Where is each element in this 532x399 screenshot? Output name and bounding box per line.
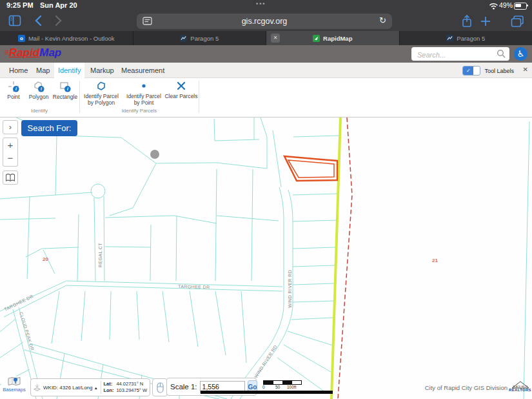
close-tab-icon[interactable]: ✕ bbox=[271, 34, 280, 43]
parcel-polygon-icon bbox=[95, 81, 107, 92]
mouse-icon bbox=[157, 382, 164, 393]
menu-identify[interactable]: Identify bbox=[54, 63, 84, 78]
map-attribution: City of Rapid City GIS Division bbox=[355, 384, 507, 391]
lat-value: 44.02731° N bbox=[116, 381, 143, 387]
tab-label: RapidMap bbox=[323, 35, 352, 42]
scalebar-tick-0: 0 bbox=[262, 385, 265, 389]
tab-rapidmap-active[interactable]: ✕ RapidMap bbox=[266, 31, 399, 45]
search-for-button[interactable]: Search For: bbox=[21, 120, 77, 136]
section-number-21: 21 bbox=[432, 258, 438, 263]
svg-text:i: i bbox=[15, 87, 17, 91]
tool-label: Polygon bbox=[29, 94, 49, 100]
tool-polygon[interactable]: i Polygon bbox=[26, 81, 52, 100]
menu-markup[interactable]: Markup bbox=[86, 63, 118, 78]
street-label-targhee-dr: TARGHEE DR bbox=[178, 284, 210, 289]
tab-label: Paragon 5 bbox=[457, 35, 485, 42]
menu-home[interactable]: Home bbox=[5, 63, 32, 78]
parcel-point-icon bbox=[138, 81, 150, 92]
highlighted-parcel-inner bbox=[288, 160, 334, 178]
tab-paragon5-b[interactable]: Paragon 5 bbox=[400, 31, 532, 45]
coordinate-widget[interactable]: WKID: 4326 Lat/Long ▲ Lat:44.02731° N Lo… bbox=[30, 378, 150, 396]
reload-icon[interactable]: ↻ bbox=[379, 15, 386, 25]
share-icon[interactable] bbox=[461, 14, 473, 28]
svg-text:i: i bbox=[41, 87, 42, 91]
tab-label: Mail - Kevin Andreson - Outlook bbox=[28, 35, 115, 42]
battery-icon bbox=[514, 3, 527, 10]
scalebar-tick-50: 50 bbox=[275, 385, 280, 389]
map-canvas[interactable]: REGAL CT TARGHEE DR TARGHEE DR CLOUD PEA… bbox=[0, 118, 532, 399]
tool-label: Clear Parcels bbox=[164, 93, 197, 99]
outlook-icon: o bbox=[18, 35, 25, 42]
ribbon-menu-bar: Home Map Identify Markup Measurement ✓ T… bbox=[0, 63, 532, 78]
multitask-indicator-icon: ••• bbox=[256, 1, 266, 7]
search-input[interactable] bbox=[416, 48, 497, 61]
tool-clear-parcels[interactable]: Clear Parcels bbox=[164, 81, 199, 99]
accessibility-button[interactable]: ♿ bbox=[514, 47, 527, 61]
address-bar[interactable]: gis.rcgov.org ↻ bbox=[137, 14, 392, 29]
tool-rectangle[interactable]: i Rectangle bbox=[52, 81, 79, 100]
scalebar-graphic bbox=[263, 380, 302, 385]
rapidmap-logo: ≡RapidMap bbox=[5, 46, 61, 59]
tool-identify-parcel-by-polygon[interactable]: Identify Parcel by Polygon bbox=[81, 81, 121, 106]
search-icon[interactable] bbox=[497, 49, 506, 59]
tool-labels-toggle[interactable]: ✓ bbox=[462, 66, 480, 76]
tool-label: Identify Parcel by Polygon bbox=[81, 93, 121, 106]
back-button-icon[interactable] bbox=[34, 15, 42, 26]
street-label-regal-ct: REGAL CT bbox=[98, 243, 103, 267]
tab-strip: o Mail - Kevin Andreson - Outlook Parago… bbox=[0, 31, 532, 45]
book-icon bbox=[5, 174, 15, 182]
forward-button-icon[interactable] bbox=[55, 15, 63, 26]
ribbon-divider bbox=[199, 81, 199, 113]
menu-map[interactable]: Map bbox=[32, 63, 54, 78]
lon-label: Lon: bbox=[103, 387, 116, 394]
new-tab-icon[interactable] bbox=[480, 15, 491, 27]
tool-label: Point bbox=[7, 94, 19, 100]
menu-measurement[interactable]: Measurement bbox=[117, 63, 168, 78]
section-bar-black bbox=[201, 391, 333, 394]
scale-label: Scale 1: bbox=[170, 383, 197, 391]
lon-value: 103.29475° W bbox=[116, 387, 147, 393]
lat-label: Lat: bbox=[103, 381, 116, 387]
tab-overview-icon[interactable] bbox=[511, 15, 524, 28]
scalebar-tick-100ft: 100ft bbox=[287, 385, 296, 389]
checkmark-icon: ✓ bbox=[463, 66, 473, 75]
ribbon-group-identify-parcels: Identify Parcels bbox=[80, 108, 199, 114]
tool-point[interactable]: i Point bbox=[1, 81, 26, 100]
reader-icon[interactable] bbox=[143, 17, 152, 25]
rectangle-tool-icon: i bbox=[59, 81, 71, 92]
section-number-20: 20 bbox=[43, 256, 48, 262]
tab-paragon5-a[interactable]: Paragon 5 bbox=[133, 31, 266, 45]
logo-rapid: Rapid bbox=[9, 46, 39, 59]
basemaps-button[interactable]: Basemaps bbox=[1, 376, 27, 396]
app-header: ≡RapidMap ♿ bbox=[0, 45, 532, 63]
point-tool-icon: i bbox=[8, 81, 19, 92]
date: Sun Apr 20 bbox=[40, 1, 77, 9]
ribbon-close-icon[interactable]: ✕ bbox=[523, 66, 528, 73]
street-label-wind-river-rd: WIND RIVER RD bbox=[288, 270, 292, 308]
rapidmap-icon bbox=[313, 35, 320, 42]
tab-mail-outlook[interactable]: o Mail - Kevin Andreson - Outlook bbox=[0, 31, 133, 45]
ipad-screen: 9:25 PM Sun Apr 20 ••• 49% bbox=[0, 0, 532, 399]
wkid-label[interactable]: WKID: 4326 Lat/Long bbox=[43, 385, 93, 391]
bookmarks-button[interactable] bbox=[3, 170, 18, 185]
tool-label: Rectangle bbox=[53, 94, 77, 100]
chevron-up-icon[interactable]: ▲ bbox=[94, 386, 98, 390]
basemaps-icon bbox=[7, 376, 21, 387]
panel-expand-button[interactable]: › bbox=[3, 120, 18, 134]
url-text: gis.rcgov.org bbox=[242, 17, 288, 26]
battery-percent: 49% bbox=[499, 1, 513, 9]
clear-parcels-icon bbox=[175, 81, 187, 92]
zoom-out-button[interactable]: − bbox=[3, 152, 18, 167]
sidebar-toggle-icon[interactable] bbox=[8, 15, 21, 26]
tool-identify-parcel-by-point[interactable]: Identify Parcel by Point bbox=[124, 81, 164, 106]
polygon-tool-icon: i bbox=[33, 81, 44, 92]
basemaps-label: Basemaps bbox=[3, 387, 25, 393]
map-point-marker bbox=[150, 150, 159, 159]
logo-prefix: ≡ bbox=[5, 48, 9, 57]
tool-labels-toggle-group: ✓ Tool Labels bbox=[462, 66, 514, 76]
mouse-position-widget[interactable] bbox=[152, 378, 168, 396]
global-search[interactable] bbox=[411, 47, 509, 61]
status-bar: 9:25 PM Sun Apr 20 ••• 49% bbox=[0, 0, 532, 12]
paragon-icon bbox=[446, 35, 453, 42]
zoom-in-button[interactable]: + bbox=[3, 138, 18, 152]
